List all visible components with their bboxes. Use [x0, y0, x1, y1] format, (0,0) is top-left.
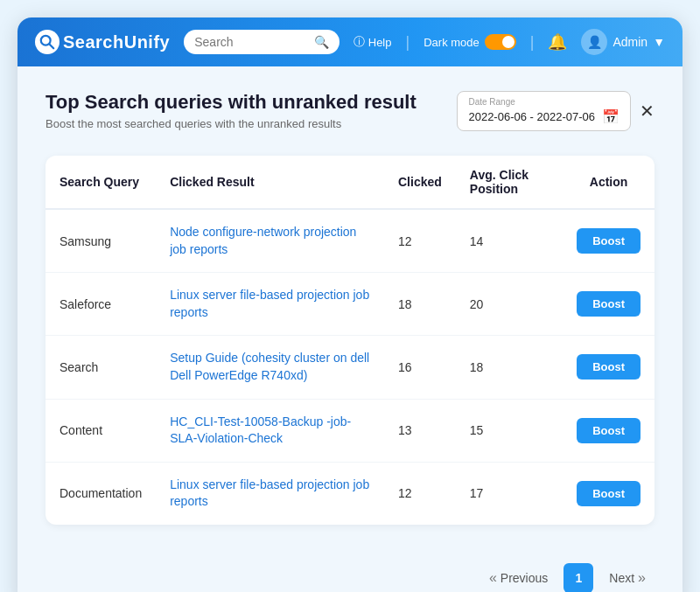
search-icon[interactable]: 🔍 — [314, 35, 329, 49]
nav-actions: ⓘ Help | Dark mode | 🔔 👤 Admin ▼ — [354, 29, 665, 55]
cell-result-3: HC_CLI-Test-10058-Backup -job-SLA-Violat… — [156, 399, 384, 462]
results-table: Search Query Clicked Result Clicked Avg.… — [46, 156, 654, 525]
avatar: 👤 — [581, 29, 607, 55]
navbar: SearchUnify 🔍 ⓘ Help | Dark mode | 🔔 👤 A… — [18, 17, 682, 66]
result-link-3[interactable]: HC_CLI-Test-10058-Backup -job-SLA-Violat… — [170, 414, 370, 448]
cell-query-3: Content — [46, 399, 156, 462]
boost-button-2[interactable]: Boost — [577, 354, 640, 380]
col-search-query: Search Query — [46, 156, 156, 209]
app-window: SearchUnify 🔍 ⓘ Help | Dark mode | 🔔 👤 A… — [18, 17, 682, 592]
help-button[interactable]: ⓘ Help — [354, 34, 392, 50]
result-link-0[interactable]: Node configure-network projection job re… — [170, 224, 370, 258]
cell-clicked-0: 12 — [384, 209, 456, 273]
cell-action-1: Boost — [563, 273, 654, 336]
next-button[interactable]: Next » — [600, 565, 654, 591]
cell-query-4: Documentation — [46, 462, 156, 525]
cell-clicked-1: 18 — [384, 273, 456, 336]
logo-icon — [35, 30, 60, 54]
cell-query-0: Samsung — [46, 209, 156, 273]
user-menu[interactable]: 👤 Admin ▼ — [581, 29, 665, 55]
cell-action-3: Boost — [563, 399, 654, 462]
main-content: Top Search queries with unranked result … — [18, 66, 682, 546]
dark-mode-label: Dark mode — [424, 36, 480, 49]
cell-avg-4: 17 — [456, 462, 563, 525]
table-header-row: Search Query Clicked Result Clicked Avg.… — [46, 156, 654, 209]
calendar-icon[interactable]: 📅 — [602, 108, 620, 125]
cell-action-2: Boost — [563, 336, 654, 399]
cell-query-1: Saleforce — [46, 273, 156, 336]
cell-clicked-3: 13 — [384, 399, 456, 462]
table-row: Samsung Node configure-network projectio… — [46, 209, 654, 273]
date-range-value: 2022-06-06 - 2022-07-06 📅 — [468, 108, 620, 125]
cell-query-2: Search — [46, 336, 156, 399]
result-link-4[interactable]: Linux server file-based projection job r… — [170, 477, 370, 511]
boost-button-3[interactable]: Boost — [577, 418, 640, 443]
user-label: Admin — [612, 35, 648, 49]
nav-divider-2: | — [530, 33, 535, 52]
page-number-1[interactable]: 1 — [564, 563, 593, 592]
cell-result-2: Setup Guide (cohesity cluster on dell De… — [156, 336, 384, 399]
cell-result-1: Linux server file-based projection job r… — [156, 273, 384, 336]
help-icon: ⓘ — [354, 34, 365, 50]
help-label: Help — [368, 36, 392, 49]
page-subtitle: Boost the most searched queries with the… — [46, 117, 416, 130]
cell-avg-1: 20 — [456, 273, 563, 336]
nav-divider: | — [406, 33, 410, 52]
table-row: Content HC_CLI-Test-10058-Backup -job-SL… — [46, 399, 654, 462]
boost-button-0[interactable]: Boost — [577, 228, 640, 254]
page-title: Top Search queries with unranked result — [46, 91, 416, 114]
page-header: Top Search queries with unranked result … — [46, 91, 654, 131]
close-button[interactable]: ✕ — [640, 102, 654, 120]
chevron-down-icon: ▼ — [653, 35, 665, 49]
cell-avg-2: 18 — [456, 336, 563, 399]
date-range-text: 2022-06-06 - 2022-07-06 — [468, 110, 595, 123]
logo-text: SearchUnify — [63, 32, 170, 52]
pagination: « Previous 1 Next » — [18, 546, 682, 592]
cell-clicked-2: 16 — [384, 336, 456, 399]
svg-line-1 — [50, 45, 54, 49]
prev-button[interactable]: « Previous — [480, 565, 556, 591]
cell-clicked-4: 12 — [384, 462, 456, 525]
date-range-label: Date Range — [468, 97, 620, 107]
date-range-picker[interactable]: Date Range 2022-06-06 - 2022-07-06 📅 — [457, 91, 631, 131]
cell-avg-0: 14 — [456, 209, 563, 273]
dark-mode-switch[interactable] — [485, 34, 516, 50]
header-controls: Date Range 2022-06-06 - 2022-07-06 📅 ✕ — [457, 91, 654, 131]
col-avg-position: Avg. Click Position — [456, 156, 563, 209]
cell-avg-3: 15 — [456, 399, 563, 462]
dark-mode-toggle[interactable]: Dark mode — [424, 34, 516, 50]
chevron-left-icon: « — [489, 570, 497, 586]
notification-bell[interactable]: 🔔 — [548, 32, 567, 52]
app-logo: SearchUnify — [35, 30, 170, 54]
cell-action-4: Boost — [563, 462, 654, 525]
chevron-right-icon: » — [638, 570, 646, 586]
page-title-block: Top Search queries with unranked result … — [46, 91, 416, 130]
search-input[interactable] — [194, 35, 307, 49]
boost-button-4[interactable]: Boost — [577, 481, 640, 506]
cell-result-4: Linux server file-based projection job r… — [156, 462, 384, 525]
table-row: Documentation Linux server file-based pr… — [46, 462, 654, 525]
result-link-2[interactable]: Setup Guide (cohesity cluster on dell De… — [170, 350, 370, 384]
table-row: Saleforce Linux server file-based projec… — [46, 273, 654, 336]
next-label: Next — [609, 571, 634, 585]
cell-action-0: Boost — [563, 209, 654, 273]
col-action: Action — [563, 156, 654, 209]
search-bar[interactable]: 🔍 — [184, 30, 340, 54]
col-clicked: Clicked — [384, 156, 456, 209]
cell-result-0: Node configure-network projection job re… — [156, 209, 384, 273]
table-row: Search Setup Guide (cohesity cluster on … — [46, 336, 654, 399]
prev-label: Previous — [500, 571, 548, 585]
result-link-1[interactable]: Linux server file-based projection job r… — [170, 287, 370, 321]
boost-button-1[interactable]: Boost — [577, 291, 640, 317]
col-clicked-result: Clicked Result — [156, 156, 384, 209]
